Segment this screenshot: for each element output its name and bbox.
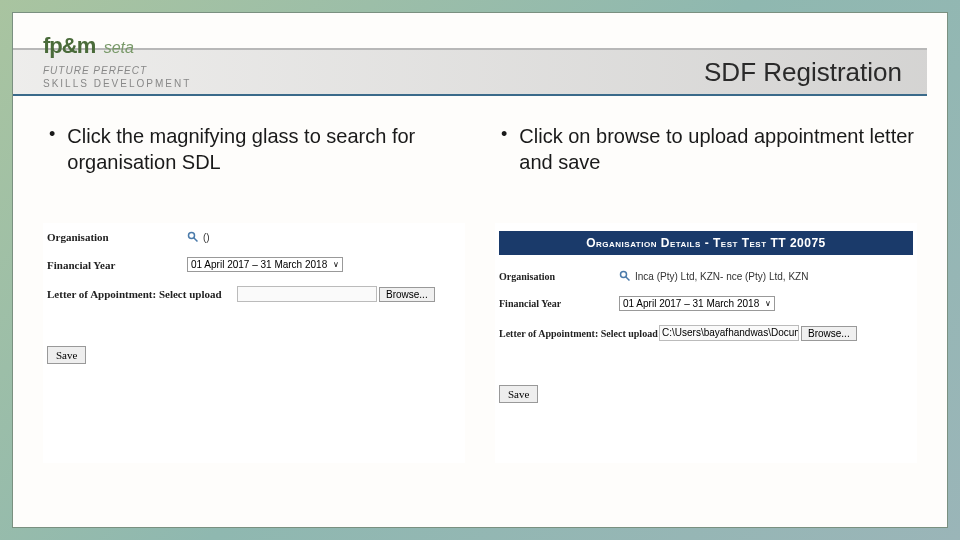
logo-main: fp&m seta: [43, 33, 203, 59]
label-letter-appointment: Letter of Appointment: Select upload: [47, 288, 237, 300]
bullet-left: • Click the magnifying glass to search f…: [43, 123, 465, 203]
row-financial-year: Financial Year 01 April 2017 – 31 March …: [499, 296, 913, 311]
save-button[interactable]: Save: [499, 385, 538, 403]
label-organisation: Organisation: [47, 231, 187, 243]
financial-year-select[interactable]: 01 April 2017 – 31 March 2018 ∨: [619, 296, 775, 311]
financial-year-value: 01 April 2017 – 31 March 2018: [623, 298, 759, 309]
svg-line-1: [194, 238, 198, 242]
row-letter-appointment: Letter of Appointment: Select upload Bro…: [47, 286, 461, 302]
organisation-value: (): [203, 232, 210, 243]
svg-line-3: [626, 277, 630, 281]
label-financial-year: Financial Year: [499, 298, 619, 309]
browse-button[interactable]: Browse...: [379, 287, 435, 302]
browse-button[interactable]: Browse...: [801, 326, 857, 341]
financial-year-value: 01 April 2017 – 31 March 2018: [191, 259, 327, 270]
logo-amp: &: [62, 33, 77, 58]
bullet-right: • Click on browse to upload appointment …: [495, 123, 917, 203]
content-area: • Click the magnifying glass to search f…: [13, 123, 947, 463]
organisation-value: Inca (Pty) Ltd, KZN- nce (Pty) Ltd, KZN: [635, 271, 808, 282]
logo-fp: fp: [43, 33, 62, 58]
right-column: • Click on browse to upload appointment …: [495, 123, 917, 463]
magnify-icon[interactable]: [619, 270, 631, 282]
bullet-right-text: Click on browse to upload appointment le…: [519, 123, 917, 175]
panel-header: Organisation Details - Test Test TT 2007…: [499, 231, 913, 255]
logo-seta: seta: [104, 39, 134, 56]
financial-year-select[interactable]: 01 April 2017 – 31 March 2018 ∨: [187, 257, 343, 272]
label-organisation: Organisation: [499, 271, 619, 282]
row-organisation: Organisation (): [47, 231, 461, 243]
slide-frame: fp&m seta FUTURE PERFECT SKILLS DEVELOPM…: [12, 12, 948, 528]
left-panel: Organisation () Financial Year 01 April …: [43, 223, 465, 463]
row-financial-year: Financial Year 01 April 2017 – 31 March …: [47, 257, 461, 272]
left-column: • Click the magnifying glass to search f…: [43, 123, 465, 463]
page-title: SDF Registration: [704, 57, 902, 88]
logo-block: fp&m seta FUTURE PERFECT SKILLS DEVELOPM…: [43, 33, 203, 89]
right-panel: Organisation Details - Test Test TT 2007…: [495, 223, 917, 463]
file-path-input[interactable]: [237, 286, 377, 302]
label-letter-appointment: Letter of Appointment: Select upload: [499, 328, 659, 339]
logo-sub2: SKILLS DEVELOPMENT: [43, 78, 203, 89]
svg-point-2: [621, 272, 627, 278]
svg-point-0: [189, 233, 195, 239]
magnify-icon[interactable]: [187, 231, 199, 243]
logo-sub1: FUTURE PERFECT: [43, 65, 203, 76]
bullet-dot: •: [49, 123, 55, 146]
file-path-input[interactable]: C:\Users\bayafhandwas\Documents\08Dec20: [659, 325, 799, 341]
bullet-left-text: Click the magnifying glass to search for…: [67, 123, 465, 175]
label-financial-year: Financial Year: [47, 259, 187, 271]
row-letter-appointment: Letter of Appointment: Select upload C:\…: [499, 325, 913, 341]
logo-m: m: [77, 33, 96, 58]
save-button[interactable]: Save: [47, 346, 86, 364]
bullet-dot: •: [501, 123, 507, 146]
chevron-down-icon: ∨: [333, 260, 339, 269]
row-organisation: Organisation Inca (Pty) Ltd, KZN- nce (P…: [499, 270, 913, 282]
chevron-down-icon: ∨: [765, 299, 771, 308]
